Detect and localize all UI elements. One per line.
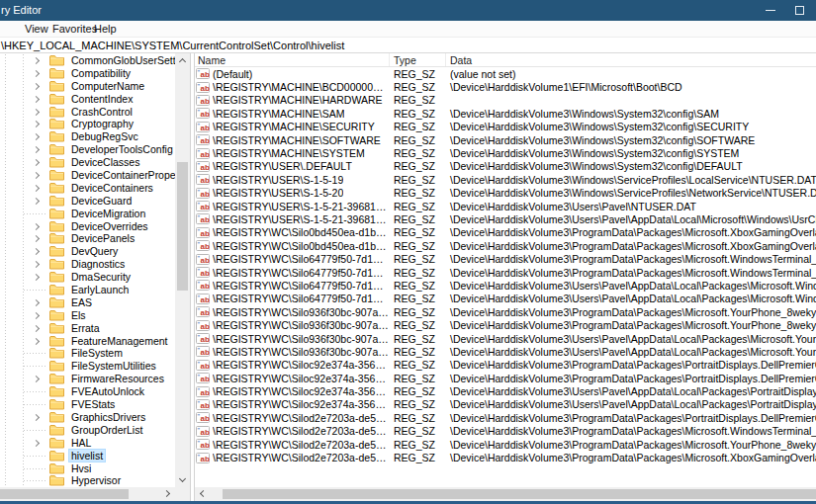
tree-item[interactable]: CommonGlobUserSettings xyxy=(0,54,175,67)
tree-item-label[interactable]: DevQuery xyxy=(69,245,120,258)
expand-chevron-icon[interactable] xyxy=(33,70,42,78)
table-row[interactable]: " ab \REGISTRY\MACHINE\SECURITY REG_SZ \… xyxy=(195,121,816,133)
expand-chevron-icon[interactable] xyxy=(33,440,42,448)
tree-item[interactable]: DeviceContainerPropertyUpdateE xyxy=(0,169,175,182)
tree-item[interactable]: DeviceClasses xyxy=(0,156,175,169)
expand-chevron-icon[interactable] xyxy=(33,325,42,333)
list-horizontal-scrollbar[interactable] xyxy=(195,487,816,501)
table-row[interactable]: " ab \REGISTRY\USER\.DEFAULT REG_SZ \Dev… xyxy=(195,160,816,173)
table-row[interactable]: " ab \REGISTRY\MACHINE\HARDWARE REG_SZ xyxy=(195,94,816,107)
column-header-data[interactable]: Data xyxy=(445,53,816,66)
tree-item[interactable]: Hypervisor xyxy=(0,474,175,487)
table-row[interactable]: " ab \REGISTRY\WC\Silod2e7203a-de5b-7f52… xyxy=(195,438,816,451)
table-row[interactable]: " ab \REGISTRY\MACHINE\SOFTWARE REG_SZ \… xyxy=(195,133,816,146)
table-row[interactable]: " ab \REGISTRY\WC\Silod2e7203a-de5b-7f52… xyxy=(195,425,816,438)
tree-item[interactable]: EAS xyxy=(0,296,175,309)
tree-item[interactable]: DevQuery xyxy=(0,245,175,258)
tree-item[interactable]: Errata xyxy=(0,322,175,335)
tree-item[interactable]: DevicePanels xyxy=(0,232,175,245)
value-name-cell[interactable]: " ab \REGISTRY\WC\Silo936f30bc-907a-500e… xyxy=(195,333,389,345)
list-hscroll-thumb[interactable] xyxy=(223,489,816,499)
tree-item[interactable]: DebugRegSvc xyxy=(0,130,175,143)
expand-chevron-icon[interactable] xyxy=(33,312,42,320)
expand-chevron-icon[interactable] xyxy=(33,223,42,231)
tree-item-label[interactable]: Hvsi xyxy=(69,462,93,475)
value-name-cell[interactable]: " ab (Default) xyxy=(195,68,389,80)
value-name-cell[interactable]: " ab \REGISTRY\WC\Silo0bd450ea-d1ba-7f85… xyxy=(195,226,389,238)
table-row[interactable]: " ab \REGISTRY\WC\Siloc92e374a-3566-fc14… xyxy=(195,359,816,372)
scroll-right-icon[interactable] xyxy=(160,487,175,501)
tree-item-label[interactable]: Diagnostics xyxy=(69,258,127,271)
table-row[interactable]: " ab \REGISTRY\WC\Silo936f30bc-907a-500e… xyxy=(195,332,816,345)
tree-item[interactable]: DeveloperToolsConfig xyxy=(0,143,175,156)
table-row[interactable]: " ab \REGISTRY\WC\Silod2e7203a-de5b-7f52… xyxy=(195,411,816,424)
tree-item-label[interactable]: FVEStats xyxy=(69,398,117,411)
menu-help[interactable]: Help xyxy=(94,23,117,35)
tree-item[interactable]: DeviceGuard xyxy=(0,195,175,208)
table-row[interactable]: " ab \REGISTRY\WC\Silo0bd450ea-d1ba-7f85… xyxy=(195,226,816,239)
tree-item-label[interactable]: EAS xyxy=(69,296,94,309)
tree-item[interactable]: FVEStats xyxy=(0,398,175,411)
tree-item[interactable]: ComputerName xyxy=(0,80,175,93)
tree-item[interactable]: FileSystem xyxy=(0,347,175,360)
value-name-cell[interactable]: " ab \REGISTRY\WC\Silo64779f50-7d17-c223… xyxy=(195,280,389,292)
tree-horizontal-scrollbar[interactable] xyxy=(0,487,175,501)
minimize-button[interactable] xyxy=(757,0,786,21)
tree-item-label[interactable]: DeveloperToolsConfig xyxy=(69,143,175,156)
tree-item[interactable]: DmaSecurity xyxy=(0,271,175,284)
tree-item[interactable]: Hvsi xyxy=(0,462,175,475)
tree-item[interactable]: FirmwareResources xyxy=(0,373,175,385)
table-row[interactable]: " ab \REGISTRY\WC\Silo64779f50-7d17-c223… xyxy=(195,279,816,292)
table-row[interactable]: " ab \REGISTRY\USER\S-1-5-21-3968166439-… xyxy=(195,200,816,212)
tree-item-label[interactable]: FileSystem xyxy=(69,347,125,360)
tree-item-label[interactable]: HAL xyxy=(69,437,93,450)
tree-hscroll-thumb[interactable] xyxy=(0,489,129,499)
table-row[interactable]: " ab \REGISTRY\WC\Silo936f30bc-907a-500e… xyxy=(195,345,816,358)
value-name-cell[interactable]: " ab \REGISTRY\WC\Silo936f30bc-907a-500e… xyxy=(195,306,389,318)
column-header-name[interactable]: Name xyxy=(195,53,389,66)
tree-item-label[interactable]: DevicePanels xyxy=(69,232,136,245)
menu-view[interactable]: View xyxy=(25,23,48,35)
tree-item[interactable]: Diagnostics xyxy=(0,258,175,271)
tree-item-label[interactable]: DeviceOverrides xyxy=(69,220,150,233)
value-name-cell[interactable]: " ab \REGISTRY\USER\S-1-5-19 xyxy=(195,174,389,186)
value-name-cell[interactable]: " ab \REGISTRY\WC\Silo936f30bc-907a-500e… xyxy=(195,319,389,331)
tree-item-label[interactable]: DeviceGuard xyxy=(69,195,134,208)
expand-chevron-icon[interactable] xyxy=(33,274,42,282)
menu-favorites[interactable]: Favorites xyxy=(52,23,97,35)
value-name-cell[interactable]: " ab \REGISTRY\WC\Silo0bd450ea-d1ba-7f85… xyxy=(195,240,389,252)
tree-item-label[interactable]: DebugRegSvc xyxy=(69,130,140,143)
tree-item-label[interactable]: FileSystemUtilities xyxy=(69,360,158,373)
expand-chevron-icon[interactable] xyxy=(33,261,42,269)
tree-item-label[interactable]: GraphicsDrivers xyxy=(69,411,147,424)
value-name-cell[interactable]: " ab \REGISTRY\WC\Silo64779f50-7d17-c223… xyxy=(195,293,389,304)
tree-item-label[interactable]: Els xyxy=(69,309,88,322)
expand-chevron-icon[interactable] xyxy=(33,235,42,243)
value-name-cell[interactable]: " ab \REGISTRY\WC\Silod2e7203a-de5b-7f52… xyxy=(195,425,389,437)
expand-chevron-icon[interactable] xyxy=(33,172,42,180)
expand-chevron-icon[interactable] xyxy=(33,57,42,65)
value-name-cell[interactable]: " ab \REGISTRY\WC\Silo64779f50-7d17-c223… xyxy=(195,253,389,265)
tree-item[interactable]: Els xyxy=(0,309,175,322)
expand-chevron-icon[interactable] xyxy=(33,109,42,117)
expand-chevron-icon[interactable] xyxy=(33,83,42,91)
expand-chevron-icon[interactable] xyxy=(33,146,42,154)
value-name-cell[interactable]: " ab \REGISTRY\WC\Silod2e7203a-de5b-7f52… xyxy=(195,412,389,424)
table-row[interactable]: " ab \REGISTRY\MACHINE\SYSTEM REG_SZ \De… xyxy=(195,146,816,159)
value-name-cell[interactable]: " ab \REGISTRY\WC\Siloc92e374a-3566-fc14… xyxy=(195,373,389,384)
tree-item[interactable]: GraphicsDrivers xyxy=(0,411,175,424)
value-name-cell[interactable]: " ab \REGISTRY\WC\Siloc92e374a-3566-fc14… xyxy=(195,359,389,371)
value-name-cell[interactable]: " ab \REGISTRY\WC\Silo936f30bc-907a-500e… xyxy=(195,346,389,358)
tree-item[interactable]: HAL xyxy=(0,437,175,450)
tree-item-label[interactable]: hivelist xyxy=(69,450,105,462)
expand-chevron-icon[interactable] xyxy=(33,121,42,128)
table-row[interactable]: " ab \REGISTRY\USER\S-1-5-21-3968166439-… xyxy=(195,212,816,225)
value-name-cell[interactable]: " ab \REGISTRY\MACHINE\SECURITY xyxy=(195,121,389,132)
expand-chevron-icon[interactable] xyxy=(33,185,42,193)
value-name-cell[interactable]: " ab \REGISTRY\WC\Silod2e7203a-de5b-7f52… xyxy=(195,452,389,463)
table-row[interactable]: " ab \REGISTRY\WC\Silo0bd450ea-d1ba-7f85… xyxy=(195,239,816,252)
tree-item[interactable]: FileSystemUtilities xyxy=(0,360,175,373)
table-row[interactable]: " ab \REGISTRY\WC\Silo936f30bc-907a-500e… xyxy=(195,318,816,331)
tree-item-label[interactable]: DeviceMigration xyxy=(69,208,147,220)
tree-item[interactable]: ContentIndex xyxy=(0,93,175,106)
